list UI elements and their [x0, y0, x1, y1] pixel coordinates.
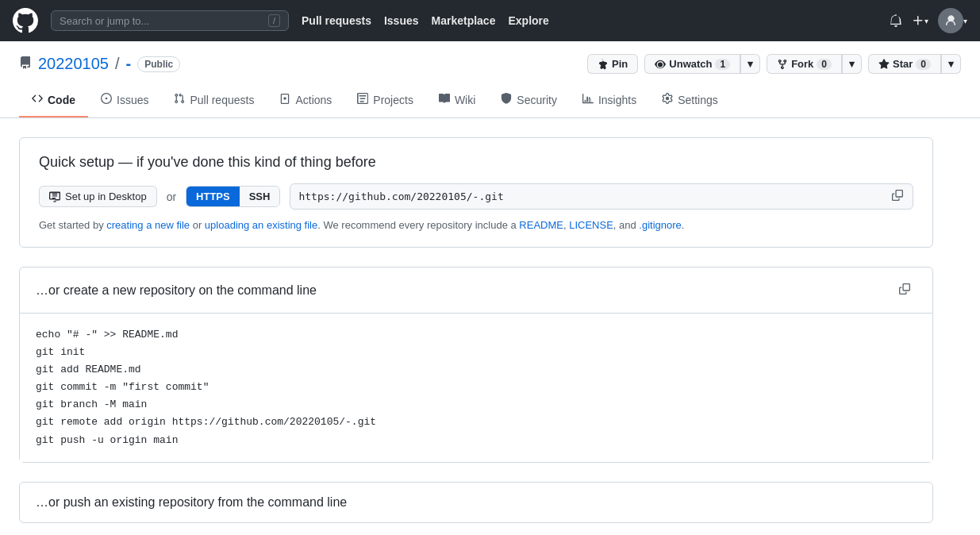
unwatch-label: Unwatch: [669, 58, 712, 70]
hint-mid1: or: [190, 219, 205, 231]
copy-url-button[interactable]: [890, 188, 905, 205]
tab-settings[interactable]: Settings: [649, 83, 731, 117]
wiki-icon: [439, 93, 450, 106]
repo-visibility-badge: Public: [137, 56, 180, 72]
pin-label: Pin: [612, 58, 628, 70]
settings-icon: [662, 93, 673, 106]
tab-actions[interactable]: Actions: [267, 83, 344, 117]
repo-owner-link[interactable]: 20220105: [38, 55, 109, 73]
unwatch-group: Unwatch 1 ▾: [644, 54, 760, 74]
user-chevron-icon: ▾: [963, 17, 967, 25]
new-repo-code: echo "# -" >> README.md git init git add…: [20, 314, 932, 462]
nav-marketplace[interactable]: Marketplace: [432, 14, 496, 27]
tab-security[interactable]: Security: [488, 83, 570, 117]
star-label: Star: [893, 58, 913, 70]
nav-explore[interactable]: Explore: [508, 14, 548, 27]
tab-code[interactable]: Code: [19, 83, 88, 117]
hint-suffix: . We recommend every repository include …: [317, 219, 519, 231]
unwatch-dropdown-button[interactable]: ▾: [740, 54, 760, 74]
unwatch-count: 1: [715, 59, 730, 70]
fork-button[interactable]: Fork 0: [767, 54, 842, 74]
projects-icon: [357, 93, 368, 106]
star-dropdown-button[interactable]: ▾: [941, 54, 961, 74]
insights-icon: [582, 93, 594, 106]
hint-readme-link[interactable]: README: [519, 219, 563, 231]
fork-group: Fork 0 ▾: [767, 54, 862, 74]
pin-button[interactable]: Pin: [587, 54, 638, 74]
tab-issues-label: Issues: [117, 94, 148, 106]
protocol-toggle: HTTPS SSH: [186, 186, 280, 207]
repo-tabs: Code Issues Pull requests: [19, 83, 961, 117]
push-repo-section: …or push an existing repository from the…: [19, 482, 933, 523]
fork-label: Fork: [791, 58, 813, 70]
tab-projects-label: Projects: [373, 94, 413, 106]
star-button[interactable]: Star 0: [868, 54, 941, 74]
tab-issues[interactable]: Issues: [88, 83, 161, 117]
push-repo-title: …or push an existing repository from the…: [36, 495, 917, 510]
url-field: https://github.com/20220105/-.git: [290, 183, 913, 210]
top-nav: / Pull requests Issues Marketplace Explo…: [0, 0, 980, 41]
hint-new-file-link[interactable]: creating a new file: [106, 219, 190, 231]
hint-upload-link[interactable]: uploading an existing file: [205, 219, 317, 231]
security-icon: [501, 93, 512, 106]
new-repo-header: …or create a new repository on the comma…: [20, 268, 932, 314]
repo-name-link[interactable]: -: [126, 55, 132, 73]
top-nav-actions: ▾ ▾: [890, 8, 967, 33]
slash-shortcut: /: [268, 14, 280, 27]
desktop-btn-label: Set up in Desktop: [65, 191, 147, 202]
quick-setup-card: Quick setup — if you've done this kind o…: [19, 137, 933, 248]
repo-actions: Pin Unwatch 1 ▾ Fork: [587, 54, 961, 74]
search-bar[interactable]: /: [51, 10, 289, 31]
hint-license-link[interactable]: LICENSE: [569, 219, 613, 231]
tab-pr-label: Pull requests: [190, 94, 254, 106]
user-menu-button[interactable]: ▾: [938, 8, 967, 33]
new-repo-section: …or create a new repository on the comma…: [19, 267, 933, 463]
tab-wiki[interactable]: Wiki: [426, 83, 488, 117]
top-nav-links: Pull requests Issues Marketplace Explore: [302, 14, 549, 27]
repo-separator: /: [115, 55, 120, 73]
notifications-button[interactable]: [890, 14, 902, 27]
nav-issues[interactable]: Issues: [384, 14, 419, 27]
ssh-button[interactable]: SSH: [240, 187, 280, 206]
url-value: https://github.com/20220105/-.git: [298, 191, 884, 202]
fork-dropdown-button[interactable]: ▾: [842, 54, 862, 74]
tab-code-label: Code: [48, 94, 75, 106]
quick-setup-title: Quick setup — if you've done this kind o…: [39, 154, 913, 171]
star-group: Star 0 ▾: [868, 54, 961, 74]
tab-settings-label: Settings: [678, 94, 718, 106]
set-up-desktop-button[interactable]: Set up in Desktop: [39, 186, 157, 207]
search-input[interactable]: [60, 15, 262, 27]
tab-insights[interactable]: Insights: [570, 83, 649, 117]
tab-insights-label: Insights: [598, 94, 636, 106]
hint-period: .: [682, 219, 685, 231]
fork-count: 0: [817, 59, 832, 70]
repo-title-bar: 20220105 / - Public Pin Unwatch 1: [19, 54, 961, 74]
pr-icon: [174, 93, 185, 106]
star-count: 0: [916, 59, 931, 70]
hint-and: , and: [613, 219, 640, 231]
avatar: [938, 8, 963, 33]
tab-actions-label: Actions: [295, 94, 332, 106]
plus-chevron-icon: ▾: [924, 17, 928, 25]
new-repo-title: …or create a new repository on the comma…: [36, 283, 317, 298]
hint-prefix: Get started by: [39, 219, 106, 231]
nav-pull-requests[interactable]: Pull requests: [302, 14, 371, 27]
repo-type-icon: [19, 56, 32, 72]
unwatch-button[interactable]: Unwatch 1: [644, 54, 740, 74]
tab-projects[interactable]: Projects: [344, 83, 426, 117]
main-content: Quick setup — if you've done this kind o…: [0, 118, 952, 535]
url-row: Set up in Desktop or HTTPS SSH https://g…: [39, 183, 913, 210]
copy-newrepo-button[interactable]: [893, 280, 917, 300]
tab-pull-requests[interactable]: Pull requests: [161, 83, 267, 117]
issues-icon: [101, 93, 112, 106]
github-logo[interactable]: [13, 8, 38, 33]
https-button[interactable]: HTTPS: [186, 187, 240, 206]
plus-menu-button[interactable]: ▾: [912, 14, 928, 27]
hint-gitignore-link[interactable]: .gitignore: [639, 219, 681, 231]
setup-hint: Get started by creating a new file or up…: [39, 219, 913, 231]
code-icon: [32, 93, 43, 106]
actions-icon: [279, 93, 290, 106]
repo-header: 20220105 / - Public Pin Unwatch 1: [0, 41, 980, 118]
or-text: or: [167, 191, 176, 203]
push-repo-header: …or push an existing repository from the…: [20, 483, 932, 522]
